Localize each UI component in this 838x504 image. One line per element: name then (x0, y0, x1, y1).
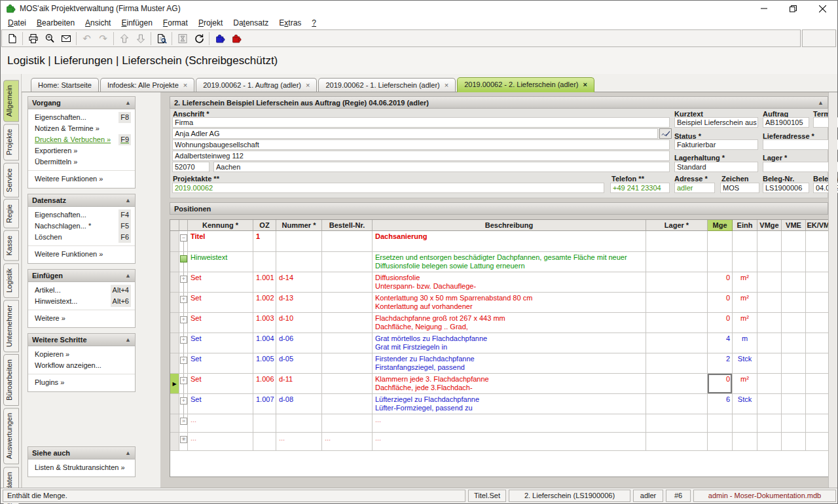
cell-oz[interactable]: 1.007 (253, 394, 276, 414)
cell-vmge[interactable] (757, 272, 782, 293)
cell-mge[interactable]: 6 (708, 394, 733, 414)
cell-kennung[interactable]: ... (188, 414, 253, 433)
table-row[interactable]: +Set1.004d-06Grat mörtellos zu Flachdach… (170, 333, 836, 353)
row-selector[interactable] (170, 293, 179, 313)
workspace-tab-unternehmer[interactable]: Unternehmer (3, 300, 19, 352)
cell-bestell-nr[interactable]: ... (322, 433, 373, 451)
cell-beschreibung[interactable]: Ersetzen und entsorgen beschädigter Dach… (373, 252, 646, 272)
print-icon[interactable] (25, 31, 41, 46)
expand-icon[interactable]: + (180, 316, 187, 323)
belegnr-field[interactable]: LS1900006 (763, 183, 809, 193)
menu-item-format[interactable]: Format (158, 17, 193, 29)
zeichen-field[interactable]: MOS (720, 183, 759, 193)
anrede-field[interactable]: Firma (172, 117, 670, 128)
sidebar-panel-header-siehe-auch[interactable]: Siehe auch▲ (28, 447, 135, 459)
auftrag-field[interactable]: AB1900105 (763, 117, 809, 128)
cell-bestell-nr[interactable] (322, 374, 373, 394)
column-header-mge[interactable]: Mge (708, 220, 733, 231)
workspace-tab-projekte[interactable]: Projekte (3, 124, 19, 160)
cell-nummer[interactable]: d-10 (276, 313, 322, 333)
cell-vme[interactable] (782, 353, 806, 374)
sidebar-item-notizen-termine[interactable]: Notizen & Termine » (28, 123, 135, 134)
column-header-blank[interactable] (170, 220, 179, 231)
cell-vme[interactable] (782, 252, 806, 272)
cell-mge[interactable]: 0 (708, 374, 733, 394)
expand-icon[interactable]: + (180, 296, 187, 303)
sidebar-item-plugins[interactable]: Plugins » (28, 377, 135, 388)
cell-nummer[interactable]: d-05 (276, 353, 322, 374)
collapse-arrow-icon[interactable]: ▲ (818, 99, 824, 106)
print-preview-icon[interactable] (41, 31, 58, 46)
expand-icon[interactable]: + (180, 397, 187, 405)
cell-einh[interactable]: Stck (733, 353, 757, 374)
column-header-blank[interactable] (179, 220, 188, 231)
table-row[interactable]: +Set1.003d-10Flachdachpfanne groß rot 26… (170, 313, 836, 333)
cell-beschreibung[interactable]: Klammern jede 3. FlachdachpfanneDachfläc… (373, 374, 646, 394)
column-header-nummer[interactable]: Nummer * (276, 220, 322, 231)
cell-lager[interactable] (646, 333, 708, 353)
column-header-vmge[interactable]: VMge (757, 220, 782, 231)
table-row[interactable]: +Set1.005d-05Firstender zu Flachdachpfan… (170, 353, 836, 374)
row-selector[interactable] (170, 252, 179, 272)
row-selector[interactable] (170, 414, 179, 433)
sidebar-item-drucken-verbuchen[interactable]: Drucken & Verbuchen »F9 (28, 134, 135, 145)
lagerhaltung-field[interactable]: Standard (674, 162, 758, 172)
cell-lager[interactable] (646, 353, 708, 374)
cell-nummer[interactable] (276, 252, 322, 272)
expand-icon[interactable]: + (180, 377, 187, 384)
cell-kennung[interactable]: Set (188, 374, 253, 394)
sidebar-item-eigenschaften[interactable]: Eigenschaften...F8 (28, 112, 135, 123)
sidebar-item-übermitteln[interactable]: Übermitteln » (28, 156, 135, 168)
row-selector[interactable] (170, 333, 179, 353)
new-document-icon[interactable] (4, 31, 20, 46)
column-header-bestell-nr[interactable]: Bestell-Nr. (322, 220, 373, 231)
cell-oz[interactable]: 1.005 (253, 353, 276, 374)
cell-kennung[interactable]: Set (188, 272, 253, 293)
menu-item-[interactable]: ? (306, 17, 321, 29)
cell-kennung[interactable]: Set (188, 293, 253, 313)
right-scroll-strip[interactable] (828, 92, 837, 488)
tab-2019-00062-1-auftrag-adler[interactable]: 2019.00062 - 1. Auftrag (adler)× (196, 78, 317, 92)
cell-beschreibung[interactable]: ... (373, 433, 646, 451)
cell-mge[interactable]: 0 (708, 293, 733, 313)
workspace-tab-logistik[interactable]: Logistik (3, 263, 19, 298)
sidebar-item-workflow-anzeigen[interactable]: Workflow anzeigen... (28, 360, 135, 371)
tab-2019-00062-1-lieferschein-adler[interactable]: 2019.00062 - 1. Lieferschein (adler)× (318, 78, 456, 92)
cell-vme[interactable] (782, 231, 806, 252)
cell-bestell-nr[interactable] (322, 333, 373, 353)
new-row-icon[interactable]: ✳ (180, 436, 187, 443)
table-row[interactable]: HinweistextErsetzen und entsorgen beschä… (170, 252, 836, 272)
close-button[interactable] (808, 1, 837, 16)
cell-nummer[interactable] (276, 414, 322, 433)
mail-icon[interactable] (58, 31, 74, 46)
cell-einh[interactable]: m² (733, 313, 757, 333)
sidebar-item-artikel[interactable]: Artikel...Alt+4 (28, 285, 135, 296)
cell-kennung[interactable]: Set (188, 333, 253, 353)
cell-mge[interactable] (708, 252, 733, 272)
cell-bestell-nr[interactable] (322, 414, 373, 433)
cell-vme[interactable] (782, 333, 806, 353)
cell-nummer[interactable]: ... (276, 433, 322, 451)
row-selector[interactable] (170, 313, 179, 333)
expand-icon[interactable]: + (180, 357, 187, 364)
tab-close-icon[interactable]: × (445, 79, 448, 92)
cell-vme[interactable] (782, 374, 806, 394)
cell-vme[interactable] (782, 414, 806, 433)
column-header-kennung[interactable]: Kennung * (188, 220, 253, 231)
cell-einh[interactable]: Stck (733, 394, 757, 414)
expand-icon[interactable]: + (180, 276, 187, 283)
more-rows-icon[interactable]: » (180, 418, 187, 425)
column-header-einh[interactable]: Einh (733, 220, 757, 231)
cell-kennung[interactable]: Set (188, 394, 253, 414)
tab-2019-00062-2-lieferschein-adler[interactable]: 2019.00062 - 2. Lieferschein (adler)× (457, 77, 594, 92)
cell-bestell-nr[interactable] (322, 231, 373, 252)
cell-oz[interactable] (253, 433, 276, 451)
cell-mge[interactable] (708, 433, 733, 451)
plugin-red-icon[interactable] (228, 31, 244, 46)
cell-vmge[interactable] (757, 353, 782, 374)
ort-field[interactable]: Aachen (213, 162, 670, 172)
collapse-arrow-icon[interactable]: ▲ (125, 450, 131, 456)
note-icon[interactable] (180, 255, 187, 262)
adresse-field[interactable]: adler (674, 183, 715, 193)
cell-oz[interactable] (253, 414, 276, 433)
